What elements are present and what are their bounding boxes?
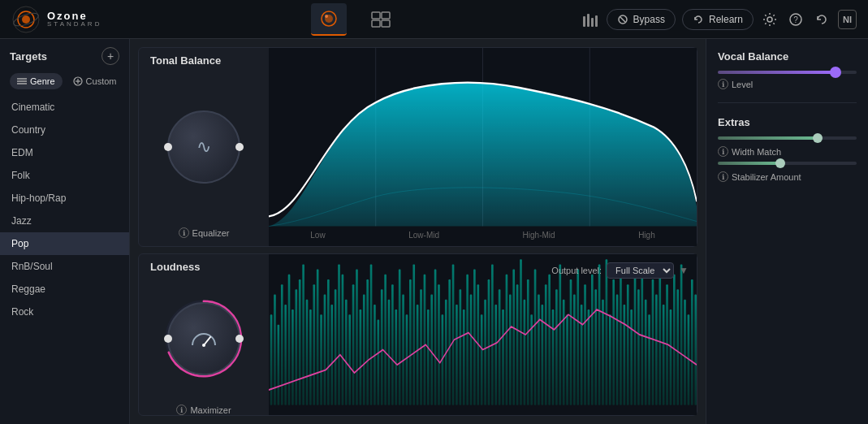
- svg-rect-54: [342, 275, 344, 405]
- svg-rect-128: [606, 259, 608, 405]
- meter-icon[interactable]: [581, 10, 600, 29]
- level-info-icon[interactable]: ℹ: [718, 79, 728, 89]
- relearn-button[interactable]: Relearn: [682, 9, 754, 30]
- maximizer-knob[interactable]: [167, 302, 240, 375]
- svg-rect-88: [463, 309, 465, 405]
- loudness-knob-area: Loudness: [139, 254, 269, 415]
- svg-rect-149: [680, 264, 683, 405]
- bypass-button[interactable]: Bypass: [607, 9, 676, 30]
- svg-rect-91: [473, 270, 476, 405]
- svg-rect-58: [356, 270, 358, 405]
- loudness-title: Loudness: [139, 254, 200, 273]
- tonal-curve-svg: [269, 48, 697, 246]
- svg-point-17: [767, 17, 772, 22]
- topbar-center: [130, 3, 581, 36]
- level-slider-thumb[interactable]: [830, 67, 841, 78]
- svg-rect-75: [417, 305, 419, 405]
- svg-rect-147: [673, 275, 676, 405]
- svg-rect-48: [320, 314, 322, 405]
- topbar-grid-btn[interactable]: [363, 3, 399, 36]
- svg-rect-78: [427, 309, 430, 405]
- tonal-knob-area: Tonal Balance ∿ ℹ Equalizer: [139, 48, 269, 246]
- width-match-thumb[interactable]: [813, 133, 823, 143]
- svg-rect-72: [406, 314, 408, 405]
- svg-rect-133: [624, 305, 626, 405]
- svg-rect-57: [352, 284, 355, 405]
- svg-rect-146: [670, 309, 672, 405]
- stabilizer-slider-row: ℹ Stabilizer Amount: [718, 162, 857, 182]
- svg-rect-152: [691, 279, 693, 405]
- sidebar-tabs: Genre Custom: [0, 70, 129, 96]
- svg-rect-139: [645, 300, 647, 405]
- svg-rect-111: [545, 284, 547, 405]
- tonal-freq-labels: Low Low-Mid High-Mid High: [269, 231, 697, 240]
- tab-custom[interactable]: Custom: [66, 73, 124, 89]
- add-target-button[interactable]: +: [101, 47, 119, 65]
- topbar: Ozone STANDARD: [0, 0, 868, 39]
- width-match-track[interactable]: [718, 136, 857, 140]
- svg-rect-140: [648, 314, 650, 405]
- svg-rect-46: [313, 284, 315, 405]
- svg-rect-125: [594, 289, 597, 405]
- svg-rect-105: [524, 300, 526, 405]
- svg-rect-81: [438, 284, 440, 405]
- loudness-panel: Loudness: [138, 253, 697, 416]
- svg-rect-69: [395, 309, 397, 405]
- topbar-orb-btn[interactable]: [311, 3, 347, 36]
- main-layout: Targets + Genre Custom: [0, 39, 868, 424]
- sidebar-item-rnbsoul[interactable]: RnB/Soul: [0, 255, 129, 278]
- sidebar-item-folk[interactable]: Folk: [0, 164, 129, 187]
- svg-rect-12: [587, 14, 589, 27]
- svg-rect-44: [306, 300, 309, 405]
- svg-rect-127: [602, 300, 604, 405]
- svg-rect-10: [382, 20, 390, 27]
- svg-rect-101: [509, 295, 512, 405]
- help-icon[interactable]: ?: [786, 10, 805, 29]
- svg-rect-131: [616, 295, 619, 405]
- equalizer-info-icon[interactable]: ℹ: [179, 227, 189, 238]
- svg-rect-150: [684, 300, 686, 405]
- sidebar-item-country[interactable]: Country: [0, 119, 129, 141]
- sidebar-item-jazz[interactable]: Jazz: [0, 210, 129, 232]
- svg-rect-135: [630, 309, 633, 405]
- stabilizer-thumb[interactable]: [775, 158, 785, 168]
- svg-rect-80: [434, 270, 437, 405]
- width-match-info-icon[interactable]: ℹ: [718, 146, 728, 157]
- svg-rect-129: [609, 314, 611, 405]
- svg-rect-108: [534, 270, 537, 405]
- stabilizer-label: ℹ Stabilizer Amount: [718, 171, 857, 182]
- sidebar-item-cinematic[interactable]: Cinematic: [0, 96, 129, 119]
- topbar-right: Bypass Relearn ?: [581, 9, 868, 30]
- sidebar-item-pop[interactable]: Pop: [0, 232, 129, 255]
- sidebar-item-edm[interactable]: EDM: [0, 141, 129, 164]
- svg-rect-41: [295, 289, 297, 405]
- settings-icon[interactable]: [760, 10, 779, 29]
- svg-rect-49: [324, 295, 326, 405]
- svg-rect-43: [302, 264, 304, 405]
- svg-rect-7: [372, 12, 380, 19]
- svg-rect-67: [388, 300, 391, 405]
- output-level-select[interactable]: Full Scale -1 dBFS -2 dBFS -3 dBFS: [607, 262, 674, 279]
- sidebar-item-hiphop[interactable]: Hip-hop/Rap: [0, 187, 129, 210]
- level-slider-track[interactable]: [718, 71, 857, 74]
- stabilizer-track[interactable]: [718, 162, 857, 165]
- svg-rect-96: [491, 264, 494, 405]
- svg-rect-123: [588, 309, 590, 405]
- equalizer-knob[interactable]: ∿: [167, 110, 240, 184]
- tab-genre[interactable]: Genre: [10, 73, 63, 89]
- svg-rect-9: [372, 20, 380, 27]
- svg-rect-132: [620, 270, 622, 405]
- width-match-slider-row: ℹ Width Match: [718, 136, 857, 157]
- logo-standard: STANDARD: [47, 21, 101, 28]
- orb-icon: [319, 9, 339, 28]
- maximizer-dot-left: [164, 335, 172, 343]
- svg-rect-61: [366, 279, 369, 405]
- svg-rect-144: [663, 305, 665, 405]
- sidebar-item-reggae[interactable]: Reggae: [0, 278, 129, 301]
- sidebar-item-rock[interactable]: Rock: [0, 301, 129, 323]
- sidebar: Targets + Genre Custom: [0, 39, 130, 424]
- undo-icon[interactable]: [812, 10, 831, 29]
- maximizer-info-icon[interactable]: ℹ: [176, 405, 187, 415]
- output-level-row: Output level: Full Scale -1 dBFS -2 dBFS…: [551, 262, 689, 279]
- stabilizer-info-icon[interactable]: ℹ: [718, 171, 728, 182]
